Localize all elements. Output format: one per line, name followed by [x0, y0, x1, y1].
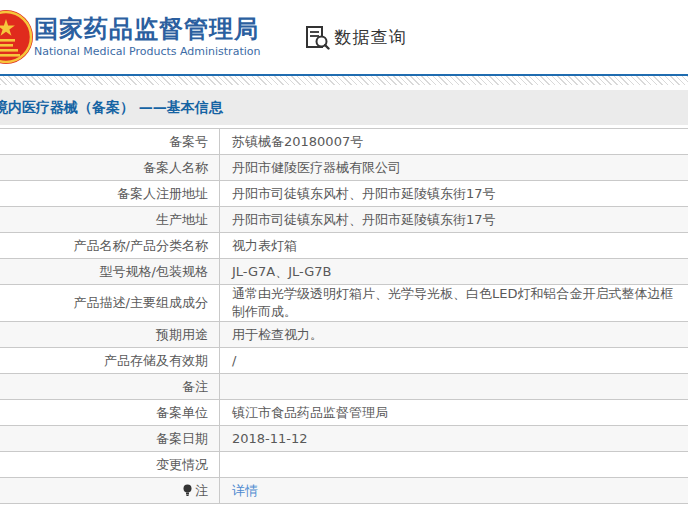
row-label: 生产地址	[0, 207, 220, 232]
site-brand: 国家药品监督管理局 National Medical Products Admi…	[34, 16, 260, 58]
row-value: 苏镇械备20180007号	[220, 129, 688, 154]
row-value: 详情	[220, 478, 688, 503]
table-row-model-spec: 型号规格/包装规格 JL-G7A、JL-G7B	[0, 259, 688, 285]
hatch-divider	[0, 76, 688, 85]
national-emblem-icon	[0, 8, 34, 66]
row-label: 备案单位	[0, 400, 220, 425]
site-header: 国家药品监督管理局 National Medical Products Admi…	[0, 0, 688, 74]
row-label: 注	[0, 478, 220, 503]
row-value: 2018-11-12	[220, 426, 688, 451]
table-row-record-number: 备案号 苏镇械备20180007号	[0, 129, 688, 155]
details-link[interactable]: 详情	[232, 482, 258, 500]
row-label: 预期用途	[0, 322, 220, 347]
basic-info-table: 备案号 苏镇械备20180007号 备案人名称 丹阳市健陵医疗器械有限公司 备案…	[0, 128, 688, 504]
spacer	[0, 504, 688, 511]
org-name-cn: 国家药品监督管理局	[34, 16, 260, 42]
row-label: 产品存储及有效期	[0, 348, 220, 373]
table-row-storage-validity: 产品存储及有效期 /	[0, 348, 688, 374]
table-row-filing-date: 备案日期 2018-11-12	[0, 426, 688, 452]
table-row-filer-name: 备案人名称 丹阳市健陵医疗器械有限公司	[0, 155, 688, 181]
row-value: 丹阳市司徒镇东风村、丹阳市延陵镇东街17号	[220, 207, 688, 232]
row-label: 变更情况	[0, 452, 220, 477]
row-value	[220, 452, 688, 477]
row-label: 备案人名称	[0, 155, 220, 180]
row-label: 备注	[0, 374, 220, 399]
row-value: 视力表灯箱	[220, 233, 688, 258]
row-value: 镇江市食品药品监督管理局	[220, 400, 688, 425]
row-label: 备案号	[0, 129, 220, 154]
row-label-text: 注	[195, 482, 208, 500]
table-row-remarks: 备注	[0, 374, 688, 400]
table-row-note: 注 详情	[0, 478, 688, 504]
row-label: 备案日期	[0, 426, 220, 451]
document-magnifier-icon	[304, 24, 330, 50]
bulb-icon	[183, 484, 192, 497]
table-row-change-status: 变更情况	[0, 452, 688, 478]
row-value: JL-G7A、JL-G7B	[220, 259, 688, 284]
table-row-filer-registered-address: 备案人注册地址 丹阳市司徒镇东风村、丹阳市延陵镇东街17号	[0, 181, 688, 207]
table-row-production-address: 生产地址 丹阳市司徒镇东风村、丹阳市延陵镇东街17号	[0, 207, 688, 233]
page-title: 境内医疗器械（备案） ——基本信息	[0, 99, 223, 117]
row-label: 型号规格/包装规格	[0, 259, 220, 284]
table-row-filing-authority: 备案单位 镇江市食品药品监督管理局	[0, 400, 688, 426]
row-value: 用于检查视力。	[220, 322, 688, 347]
row-value: 通常由光学级透明灯箱片、光学导光板、白色LED灯和铝合金开启式整体边框制作而成。	[220, 285, 688, 321]
row-value: /	[220, 348, 688, 373]
row-value: 丹阳市司徒镇东风村、丹阳市延陵镇东街17号	[220, 181, 688, 206]
row-label: 备案人注册地址	[0, 181, 220, 206]
row-label: 产品描述/主要组成成分	[0, 285, 220, 321]
table-row-product-name: 产品名称/产品分类名称 视力表灯箱	[0, 233, 688, 259]
table-row-intended-use: 预期用途 用于检查视力。	[0, 322, 688, 348]
row-value	[220, 374, 688, 399]
row-label: 产品名称/产品分类名称	[0, 233, 220, 258]
org-name-en: National Medical Products Administration	[34, 46, 260, 58]
data-query-label: 数据查询	[334, 26, 406, 49]
table-row-product-description: 产品描述/主要组成成分 通常由光学级透明灯箱片、光学导光板、白色LED灯和铝合金…	[0, 285, 688, 322]
row-value: 丹阳市健陵医疗器械有限公司	[220, 155, 688, 180]
data-query-nav[interactable]: 数据查询	[304, 24, 406, 50]
section-title-bar: 境内医疗器械（备案） ——基本信息	[0, 90, 688, 125]
page: 国家药品监督管理局 National Medical Products Admi…	[0, 0, 688, 511]
